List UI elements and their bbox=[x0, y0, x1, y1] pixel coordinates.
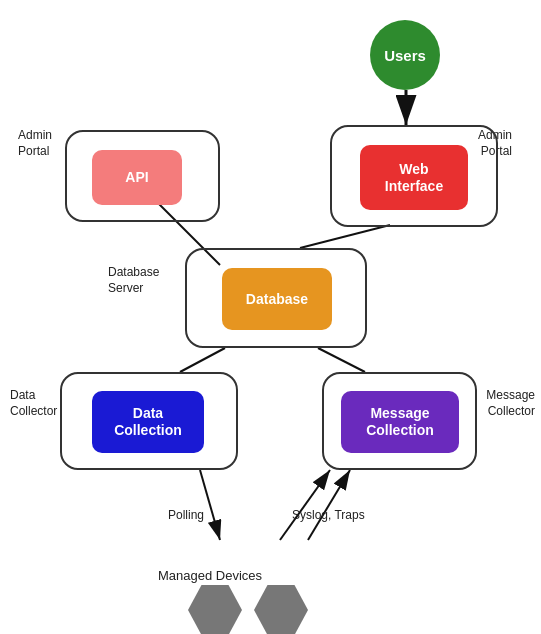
web-interface-box: WebInterface bbox=[360, 145, 468, 210]
architecture-diagram: Users AdminPortal AdminPortal API WebInt… bbox=[0, 0, 541, 634]
database-container: Database bbox=[185, 248, 367, 348]
database-box: Database bbox=[222, 268, 332, 330]
data-collection-box: DataCollection bbox=[92, 391, 204, 453]
managed-device-2 bbox=[254, 585, 308, 634]
message-collector-label: MessageCollector bbox=[480, 388, 535, 419]
svg-line-8 bbox=[308, 470, 350, 540]
syslog-traps-label: Syslog, Traps bbox=[292, 508, 365, 524]
managed-devices-label: Managed Devices bbox=[158, 568, 262, 585]
svg-line-5 bbox=[180, 348, 225, 372]
api-container: API bbox=[65, 130, 220, 222]
web-interface-container: WebInterface bbox=[330, 125, 498, 227]
managed-device-1 bbox=[188, 585, 242, 634]
svg-line-9 bbox=[280, 470, 330, 540]
polling-label: Polling bbox=[168, 508, 204, 524]
svg-line-3 bbox=[300, 225, 390, 248]
svg-line-6 bbox=[318, 348, 365, 372]
users-node: Users bbox=[370, 20, 440, 90]
api-box: API bbox=[92, 150, 182, 205]
users-label: Users bbox=[384, 47, 426, 64]
data-collector-label: DataCollector bbox=[10, 388, 57, 419]
message-collection-container: MessageCollection bbox=[322, 372, 477, 470]
svg-line-7 bbox=[200, 470, 220, 540]
database-server-label: DatabaseServer bbox=[108, 265, 159, 296]
data-collection-container: DataCollection bbox=[60, 372, 238, 470]
admin-portal-left-label: AdminPortal bbox=[18, 128, 52, 159]
message-collection-box: MessageCollection bbox=[341, 391, 459, 453]
